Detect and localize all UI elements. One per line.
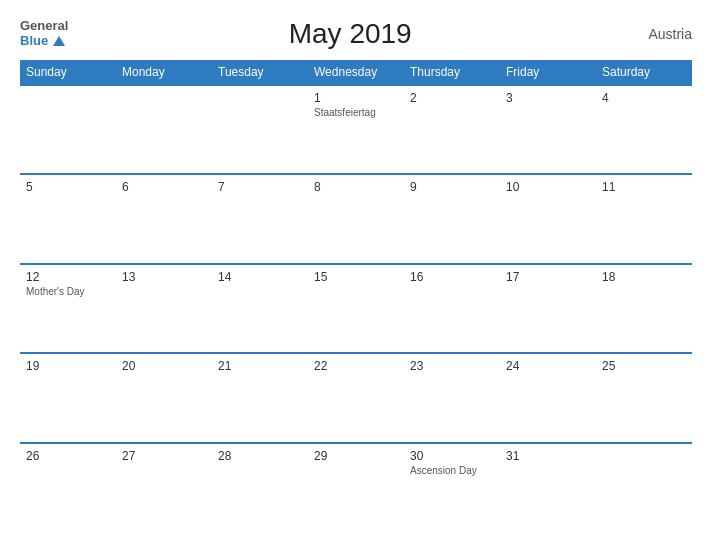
day-number: 6 xyxy=(122,180,206,194)
table-row: 3 xyxy=(500,85,596,174)
day-number: 22 xyxy=(314,359,398,373)
table-row: 2 xyxy=(404,85,500,174)
table-row: 27 xyxy=(116,443,212,532)
header-tuesday: Tuesday xyxy=(212,60,308,85)
table-row: 22 xyxy=(308,353,404,442)
calendar-title: May 2019 xyxy=(68,18,632,50)
day-number: 17 xyxy=(506,270,590,284)
day-number: 18 xyxy=(602,270,686,284)
day-number: 16 xyxy=(410,270,494,284)
table-row: 11 xyxy=(596,174,692,263)
table-row xyxy=(596,443,692,532)
day-number: 12 xyxy=(26,270,110,284)
day-number: 13 xyxy=(122,270,206,284)
header-sunday: Sunday xyxy=(20,60,116,85)
day-number: 15 xyxy=(314,270,398,284)
table-row: 28 xyxy=(212,443,308,532)
holiday-label: Ascension Day xyxy=(410,465,494,476)
calendar-week-row: 1Staatsfeiertag234 xyxy=(20,85,692,174)
day-number: 23 xyxy=(410,359,494,373)
header-friday: Friday xyxy=(500,60,596,85)
day-number: 10 xyxy=(506,180,590,194)
country-label: Austria xyxy=(632,26,692,42)
day-number: 7 xyxy=(218,180,302,194)
calendar-header-row: Sunday Monday Tuesday Wednesday Thursday… xyxy=(20,60,692,85)
table-row: 1Staatsfeiertag xyxy=(308,85,404,174)
calendar-week-row: 2627282930Ascension Day31 xyxy=(20,443,692,532)
day-number: 26 xyxy=(26,449,110,463)
table-row: 13 xyxy=(116,264,212,353)
table-row: 8 xyxy=(308,174,404,263)
holiday-label: Staatsfeiertag xyxy=(314,107,398,118)
table-row: 23 xyxy=(404,353,500,442)
table-row: 20 xyxy=(116,353,212,442)
table-row: 17 xyxy=(500,264,596,353)
calendar-week-row: 19202122232425 xyxy=(20,353,692,442)
table-row: 15 xyxy=(308,264,404,353)
table-row: 6 xyxy=(116,174,212,263)
table-row: 24 xyxy=(500,353,596,442)
day-number: 19 xyxy=(26,359,110,373)
table-row xyxy=(20,85,116,174)
table-row xyxy=(212,85,308,174)
table-row: 10 xyxy=(500,174,596,263)
table-row xyxy=(116,85,212,174)
day-number: 2 xyxy=(410,91,494,105)
day-number: 1 xyxy=(314,91,398,105)
table-row: 5 xyxy=(20,174,116,263)
table-row: 7 xyxy=(212,174,308,263)
table-row: 29 xyxy=(308,443,404,532)
day-number: 5 xyxy=(26,180,110,194)
day-number: 28 xyxy=(218,449,302,463)
logo: General Blue xyxy=(20,19,68,50)
header: General Blue May 2019 Austria xyxy=(20,18,692,50)
calendar-week-row: 567891011 xyxy=(20,174,692,263)
logo-icon xyxy=(50,32,68,50)
day-number: 24 xyxy=(506,359,590,373)
day-number: 9 xyxy=(410,180,494,194)
day-number: 8 xyxy=(314,180,398,194)
table-row: 30Ascension Day xyxy=(404,443,500,532)
day-number: 4 xyxy=(602,91,686,105)
table-row: 25 xyxy=(596,353,692,442)
day-number: 25 xyxy=(602,359,686,373)
day-number: 29 xyxy=(314,449,398,463)
day-number: 27 xyxy=(122,449,206,463)
svg-marker-0 xyxy=(53,36,65,46)
logo-blue: Blue xyxy=(20,34,48,47)
table-row: 26 xyxy=(20,443,116,532)
day-number: 21 xyxy=(218,359,302,373)
header-monday: Monday xyxy=(116,60,212,85)
day-number: 3 xyxy=(506,91,590,105)
table-row: 14 xyxy=(212,264,308,353)
table-row: 9 xyxy=(404,174,500,263)
header-wednesday: Wednesday xyxy=(308,60,404,85)
table-row: 18 xyxy=(596,264,692,353)
day-number: 31 xyxy=(506,449,590,463)
day-number: 30 xyxy=(410,449,494,463)
header-saturday: Saturday xyxy=(596,60,692,85)
table-row: 4 xyxy=(596,85,692,174)
holiday-label: Mother's Day xyxy=(26,286,110,297)
day-number: 11 xyxy=(602,180,686,194)
calendar-week-row: 12Mother's Day131415161718 xyxy=(20,264,692,353)
table-row: 16 xyxy=(404,264,500,353)
table-row: 19 xyxy=(20,353,116,442)
logo-general: General xyxy=(20,19,68,32)
table-row: 31 xyxy=(500,443,596,532)
day-number: 14 xyxy=(218,270,302,284)
calendar-page: General Blue May 2019 Austria Sunday Mon… xyxy=(0,0,712,550)
header-thursday: Thursday xyxy=(404,60,500,85)
table-row: 21 xyxy=(212,353,308,442)
table-row: 12Mother's Day xyxy=(20,264,116,353)
calendar-table: Sunday Monday Tuesday Wednesday Thursday… xyxy=(20,60,692,532)
day-number: 20 xyxy=(122,359,206,373)
